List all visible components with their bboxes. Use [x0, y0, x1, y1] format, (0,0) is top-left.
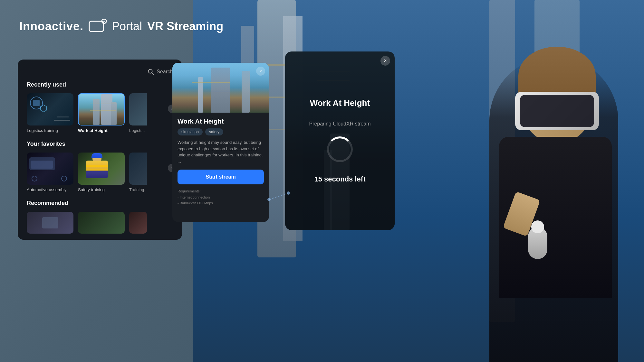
- card-partial-favorites[interactable]: Training...: [129, 153, 147, 192]
- detail-panel: × Work At Height simulation safety Worki…: [172, 63, 269, 222]
- detail-close-button[interactable]: ×: [256, 67, 265, 76]
- requirements-title: Requirements:: [178, 188, 264, 194]
- card-rec-3[interactable]: [129, 212, 147, 234]
- stream-title: Work At Height: [310, 98, 370, 108]
- loading-spinner: [327, 136, 353, 162]
- stream-close-icon: ×: [384, 58, 387, 64]
- search-label: Search: [157, 69, 173, 75]
- tag-simulation: simulation: [178, 128, 203, 135]
- detail-body: Work At Height simulation safety Working…: [172, 113, 269, 211]
- svg-rect-0: [89, 21, 103, 32]
- library-panel: Search Recently used: [18, 60, 182, 240]
- card-partial-fav-label: Training...: [129, 187, 147, 192]
- card-wah-label: Work at Height: [78, 128, 125, 133]
- portal-icon: [89, 19, 107, 33]
- detail-tags: simulation safety: [178, 128, 264, 135]
- start-stream-button[interactable]: Start stream: [178, 170, 264, 184]
- card-work-at-height[interactable]: Work at Height: [78, 93, 125, 133]
- favorites-title: Your favorites: [27, 141, 173, 147]
- card-partial-label: Logisti...: [129, 128, 147, 133]
- recently-used-title: Recently used: [27, 81, 173, 88]
- svg-line-4: [152, 73, 154, 75]
- header: Innoactive. Portal VR Streaming: [19, 19, 223, 33]
- stream-panel: × Work At Height Preparing CloudXR strea…: [285, 51, 395, 230]
- recommended-title: Recommended: [27, 200, 173, 207]
- search-bar[interactable]: Search: [27, 69, 173, 75]
- stream-close-button[interactable]: ×: [380, 56, 390, 66]
- requirement-2: - Bandwidth 60+ Mbps: [178, 200, 264, 206]
- requirement-1: - Internet connection: [178, 194, 264, 200]
- portal-label: Portal: [112, 20, 142, 33]
- card-logistics[interactable]: Logistics training: [27, 93, 73, 133]
- logo-text: Innoactive.: [19, 20, 83, 33]
- recently-used-section: Recently used Logistics training: [27, 81, 173, 133]
- detail-thumbnail: [172, 63, 269, 113]
- vr-streaming-label: VR Streaming: [147, 20, 223, 33]
- detail-description: Working at height may sound easy, but be…: [178, 139, 264, 164]
- card-logistics-label: Logistics training: [27, 128, 73, 133]
- card-safety[interactable]: Safety training: [78, 153, 125, 192]
- stream-preparing-label: Preparing CloudXR stream: [309, 121, 370, 127]
- main-content: Innoactive. Portal VR Streaming Search R…: [0, 0, 644, 362]
- stream-timer: 15 seconds left: [314, 175, 366, 183]
- search-icon: [148, 69, 154, 75]
- spinner-container: [327, 136, 353, 162]
- requirements: Requirements: - Internet connection - Ba…: [178, 188, 264, 206]
- favorites-section: Your favorites Automotive assembly: [27, 141, 173, 192]
- svg-point-2: [103, 21, 105, 22]
- card-automotive[interactable]: Automotive assembly: [27, 153, 73, 192]
- recommended-section: Recommended: [27, 200, 173, 234]
- tag-safety: safety: [205, 128, 223, 135]
- card-partial-recent[interactable]: Logisti...: [129, 93, 147, 133]
- card-rec-1[interactable]: [27, 212, 73, 234]
- detail-title: Work At Height: [178, 118, 264, 125]
- card-automotive-label: Automotive assembly: [27, 187, 73, 192]
- stream-content: Work At Height Preparing CloudXR stream …: [285, 51, 395, 230]
- card-safety-label: Safety training: [78, 187, 125, 192]
- detail-close-icon: ×: [259, 69, 262, 74]
- card-rec-2[interactable]: [78, 212, 125, 234]
